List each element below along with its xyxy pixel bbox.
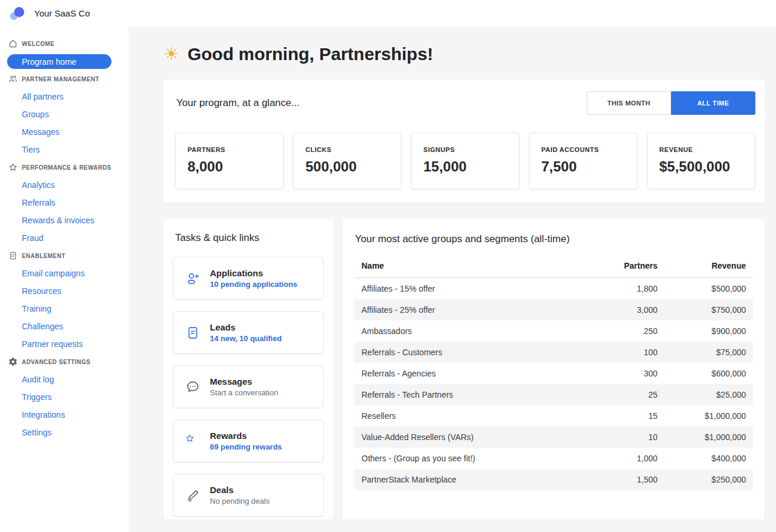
sidebar-section-advanced-settings: ADVANCED SETTINGS: [0, 353, 129, 371]
cell-partners: 100: [594, 342, 665, 363]
task-leads[interactable]: Leads14 new, 10 qualified: [173, 311, 324, 354]
sidebar-item-audit-log[interactable]: Audit log: [0, 371, 129, 388]
sidebar-item-messages[interactable]: Messages: [0, 123, 129, 141]
cell-revenue: $600,000: [665, 363, 753, 384]
task-text: Rewards69 pending rewards: [210, 431, 282, 451]
table-row: Value-Added Resellers (VARs)10$1,000,000: [354, 427, 753, 448]
table-row: PartnerStack Marketplace1,500$250,000: [354, 469, 753, 490]
toggle-this-month[interactable]: THIS MONTH: [587, 91, 671, 115]
task-messages[interactable]: MessagesStart a conversation: [173, 365, 324, 408]
cell-partners: 3,000: [594, 299, 665, 320]
stat-value: 15,000: [423, 158, 507, 175]
task-deals[interactable]: DealsNo pending deals: [173, 474, 324, 517]
greeting-heading: ☀ Good morning, Partnerships!: [163, 44, 765, 64]
toggle-all-time[interactable]: ALL TIME: [671, 91, 755, 115]
pencil-icon: [185, 488, 200, 503]
sidebar-item-partner-requests[interactable]: Partner requests: [0, 335, 129, 353]
stats-row: PARTNERS8,000CLICKS500,000SIGNUPS15,000P…: [175, 133, 755, 189]
sidebar-item-groups[interactable]: Groups: [0, 105, 129, 123]
groups-table-card: Your most active groups and segments (al…: [343, 219, 765, 520]
cell-name: Affiliates - 25% offer: [354, 299, 594, 320]
stat-value: $5,500,000: [659, 158, 743, 175]
sidebar-item-all-partners[interactable]: All partners: [0, 88, 129, 105]
glance-card: Your program, at a glance... THIS MONTHA…: [163, 80, 765, 203]
sidebar-item-triggers[interactable]: Triggers: [0, 388, 129, 406]
star-icon: [8, 163, 18, 172]
sidebar-section-label: ADVANCED SETTINGS: [22, 358, 90, 365]
task-title: Applications: [210, 268, 297, 278]
task-subtitle[interactable]: 14 new, 10 qualified: [210, 334, 282, 343]
sidebar-item-training[interactable]: Training: [0, 300, 129, 318]
sidebar-section-label: PERFORMANCE & REWARDS: [22, 164, 111, 171]
table-row: Affiliates - 25% offer3,000$750,000: [354, 299, 753, 320]
stat-label: PAID ACCOUNTS: [541, 146, 625, 153]
sidebar-item-resources[interactable]: Resources: [0, 282, 129, 300]
glance-title: Your program, at a glance...: [175, 97, 300, 109]
task-title: Rewards: [210, 431, 282, 441]
cell-name: Referrals - Agencies: [354, 363, 594, 384]
cell-revenue: $400,000: [665, 448, 753, 469]
sidebar-section-welcome: WELCOME: [0, 35, 129, 52]
tasks-title: Tasks & quick links: [175, 232, 321, 244]
tasks-list: Applications10 pending applicationsLeads…: [173, 257, 324, 517]
cell-partners: 15: [594, 405, 665, 427]
sidebar-item-integrations[interactable]: Integrations: [0, 406, 129, 424]
cell-name: Resellers: [354, 405, 594, 427]
groups-table-title: Your most active groups and segments (al…: [355, 233, 753, 245]
sidebar-item-email-campaigns[interactable]: Email campaigns: [0, 265, 129, 282]
sidebar-item-analytics[interactable]: Analytics: [0, 176, 129, 194]
sidebar-item-program-home[interactable]: Program home: [7, 54, 111, 69]
brand-logo: [9, 6, 25, 21]
cell-partners: 250: [594, 320, 665, 342]
task-subtitle[interactable]: 10 pending applications: [210, 280, 297, 289]
col-name: Name: [354, 256, 594, 278]
cell-revenue: $750,000: [665, 299, 753, 320]
brand-name: Your SaaS Co: [34, 8, 90, 18]
stat-label: REVENUE: [659, 146, 743, 153]
bottom-row: Tasks & quick links Applications10 pendi…: [163, 219, 765, 520]
stat-card-paid-accounts: PAID ACCOUNTS7,500: [529, 133, 637, 189]
document-lines-icon: [185, 325, 200, 341]
sidebar-item-challenges[interactable]: Challenges: [0, 318, 129, 335]
cell-partners: 1,800: [594, 278, 665, 300]
task-rewards[interactable]: Rewards69 pending rewards: [173, 419, 324, 462]
stat-card-revenue: REVENUE$5,500,000: [647, 133, 755, 189]
stat-card-partners: PARTNERS8,000: [175, 133, 284, 189]
document-icon: [8, 251, 18, 260]
task-text: DealsNo pending deals: [210, 485, 269, 505]
cell-revenue: $250,000: [665, 469, 753, 490]
sidebar-section-performance-rewards: PERFORMANCE & REWARDS: [0, 158, 129, 176]
cell-revenue: $25,000: [665, 384, 753, 405]
cell-revenue: $75,000: [665, 342, 753, 363]
table-row: Others - (Group as you see fit!)1,000$40…: [354, 448, 753, 469]
task-text: Applications10 pending applications: [210, 268, 297, 289]
stat-label: CLICKS: [305, 146, 389, 153]
main-content: ☀ Good morning, Partnerships! Your progr…: [129, 27, 776, 532]
task-text: Leads14 new, 10 qualified: [210, 322, 282, 343]
sidebar-section-enablement: ENABLEMENT: [0, 247, 129, 265]
sidebar-section-label: PARTNER MANAGEMENT: [22, 75, 99, 82]
sidebar-item-fraud[interactable]: Fraud: [0, 229, 129, 247]
person-add-icon: [185, 271, 200, 286]
task-title: Deals: [210, 485, 269, 495]
home-icon: [8, 39, 18, 48]
sidebar-item-rewards-invoices[interactable]: Rewards & invoices: [0, 212, 129, 229]
cell-revenue: $900,000: [665, 320, 753, 342]
sidebar-section-partner-management: PARTNER MANAGEMENT: [0, 70, 129, 88]
sidebar-item-settings[interactable]: Settings: [0, 424, 129, 441]
time-range-toggle: THIS MONTHALL TIME: [587, 91, 755, 115]
logo-circle-dark: [14, 7, 24, 17]
cell-name: Affiliates - 15% offer: [354, 278, 594, 300]
sidebar-item-tiers[interactable]: Tiers: [0, 141, 129, 158]
stat-label: SIGNUPS: [423, 146, 507, 153]
sidebar-item-referrals[interactable]: Referrals: [0, 194, 129, 212]
cell-revenue: $1,000,000: [665, 427, 753, 448]
task-subtitle[interactable]: 69 pending rewards: [210, 442, 282, 451]
task-applications[interactable]: Applications10 pending applications: [173, 257, 324, 300]
greeting-text: Good morning, Partnerships!: [188, 44, 433, 64]
stat-value: 500,000: [305, 158, 389, 175]
table-row: Affiliates - 15% offer1,800$500,000: [354, 278, 753, 300]
cell-partners: 10: [594, 427, 665, 448]
table-row: Ambassadors250$900,000: [354, 320, 753, 342]
cell-partners: 1,000: [594, 448, 665, 469]
